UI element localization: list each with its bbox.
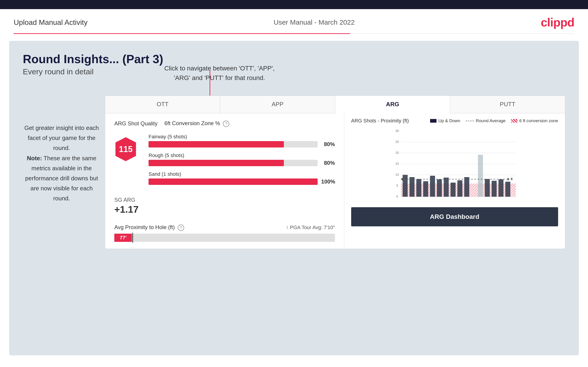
svg-rect-30 (478, 155, 483, 197)
sg-label: SG ARG (114, 197, 335, 203)
hex-score-value: 115 (119, 144, 133, 154)
page-subtitle: Every round in detail (23, 67, 565, 76)
footer: Copyright Clippd 2021 (0, 362, 588, 367)
tab-ott[interactable]: OTT (105, 96, 220, 113)
chart-title-label: ARG Shots - Proximity (ft) (351, 118, 409, 124)
svg-text:25: 25 (395, 140, 399, 144)
svg-rect-24 (430, 176, 435, 197)
bar-fill-sand (148, 178, 318, 185)
legend-swatch-roundavg (466, 121, 474, 121)
hex-container: 115 Fairway (5 shots) 80% (114, 134, 335, 190)
svg-rect-22 (416, 179, 421, 197)
bar-label-sand: Sand (1 shots) (148, 171, 335, 177)
main-content: Round Insights... (Part 3) Every round i… (9, 41, 579, 355)
bar-row-sand: Sand (1 shots) 100% (148, 171, 335, 185)
proximity-cursor (132, 233, 133, 243)
bar-fill-rough (148, 160, 284, 166)
header-divider (14, 33, 574, 34)
svg-rect-21 (409, 177, 414, 197)
annotation-text: Click to navigate between 'OTT', 'APP','… (164, 64, 275, 83)
note-label: Note: (27, 155, 42, 162)
tab-app[interactable]: APP (220, 96, 335, 113)
legend-6ft-zone: 6 ft conversion zone (511, 118, 558, 123)
panel-right: ARG Shots - Proximity (ft) Up & Down Rou… (344, 113, 565, 249)
user-manual-date: User Manual - March 2022 (274, 18, 355, 26)
legend-swatch-updown (430, 119, 436, 123)
proximity-label: Avg Proximity to Hole (ft) ? (114, 224, 184, 231)
tab-putt[interactable]: PUTT (450, 96, 565, 113)
conversion-zone-label: 6ft Conversion Zone % ? (164, 120, 229, 127)
sg-value: +1.17 (114, 204, 335, 215)
shot-quality-header: ARG Shot Quality 6ft Conversion Zone % ? (114, 120, 335, 127)
proximity-bar: 77' (114, 234, 335, 242)
page-title: Round Insights... (Part 3) (23, 52, 565, 66)
svg-text:30: 30 (395, 129, 399, 133)
svg-rect-23 (423, 181, 428, 197)
bar-row-fairway: Fairway (5 shots) 80% (148, 134, 335, 148)
clippd-logo: clippd (541, 16, 574, 29)
help-icon[interactable]: ? (223, 121, 229, 127)
bar-pct-rough: 80% (321, 160, 335, 166)
svg-text:0: 0 (396, 195, 398, 198)
svg-marker-37 (508, 178, 509, 181)
panel-body: ARG Shot Quality 6ft Conversion Zone % ?… (105, 113, 565, 249)
svg-text:10: 10 (395, 173, 399, 176)
shot-quality-label: ARG Shot Quality (114, 120, 157, 127)
bar-pct-sand: 100% (321, 178, 335, 185)
proximity-help-icon[interactable]: ? (178, 225, 184, 231)
top-bar (0, 0, 588, 9)
legend-round-avg: Round Average (466, 118, 506, 123)
svg-rect-28 (457, 180, 462, 197)
bar-pct-fairway: 80% (321, 141, 335, 148)
proximity-header: Avg Proximity to Hole (ft) ? ↑ PGA Tour … (114, 224, 335, 231)
svg-rect-25 (437, 179, 442, 197)
dashboard-panel: OTT APP ARG PUTT ARG Shot Quality 6ft Co… (105, 95, 565, 249)
bar-row-rough: Rough (5 shots) 80% (148, 152, 335, 166)
tab-arg[interactable]: ARG (335, 96, 450, 113)
svg-rect-20 (403, 175, 407, 197)
legend-swatch-6ft (511, 119, 518, 123)
svg-rect-27 (450, 183, 455, 197)
left-description: Get greater insight into each facet of y… (23, 123, 100, 204)
svg-text:20: 20 (395, 151, 399, 155)
sg-section: SG ARG +1.17 (114, 197, 335, 215)
svg-text:5: 5 (396, 184, 398, 187)
proximity-value: 77' (120, 235, 127, 241)
pga-tour-label: ↑ PGA Tour Avg: 7'10" (286, 225, 335, 230)
bar-fill-fairway (148, 141, 284, 148)
proximity-bar-fill: 77' (114, 234, 132, 242)
bar-label-fairway: Fairway (5 shots) (148, 134, 335, 140)
legend-up-down: Up & Down (430, 118, 460, 123)
upload-manual-activity-label: Upload Manual Activity (14, 18, 88, 27)
tabs-row: OTT APP ARG PUTT (105, 96, 565, 113)
svg-rect-33 (498, 179, 503, 197)
svg-text:8: 8 (511, 177, 512, 181)
svg-rect-34 (505, 182, 510, 197)
panel-left: ARG Shot Quality 6ft Conversion Zone % ?… (105, 113, 344, 249)
svg-rect-29 (464, 177, 469, 197)
svg-text:15: 15 (395, 162, 399, 166)
arg-dashboard-button[interactable]: ARG Dashboard (351, 207, 558, 226)
svg-rect-26 (444, 178, 449, 197)
svg-rect-31 (485, 179, 490, 197)
bars-section: Fairway (5 shots) 80% Rough (5 shots) (148, 134, 335, 190)
header: Upload Manual Activity User Manual - Mar… (0, 9, 588, 33)
chart-area: 0 5 10 15 20 25 30 (351, 127, 558, 200)
bar-label-rough: Rough (5 shots) (148, 152, 335, 158)
hex-score-display: 115 (114, 136, 137, 162)
svg-rect-32 (492, 181, 496, 197)
